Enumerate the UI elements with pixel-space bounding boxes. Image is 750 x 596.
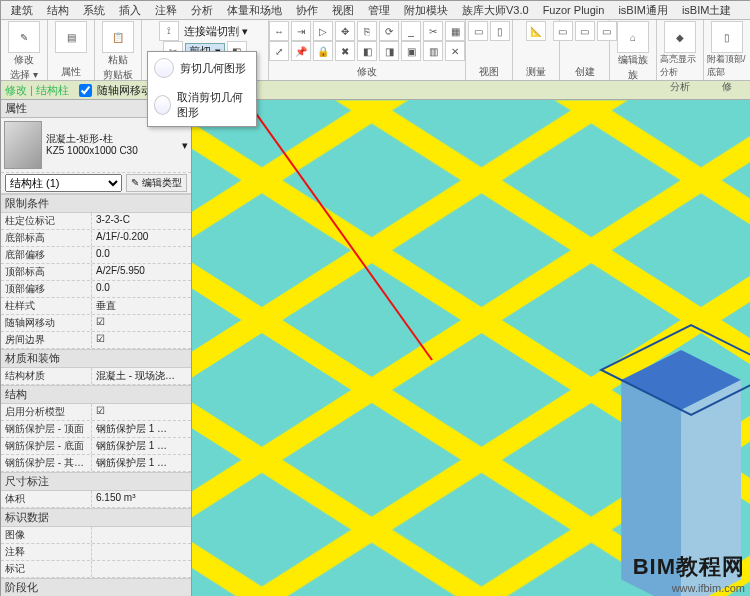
prop-value[interactable]: 0.0 <box>92 281 191 297</box>
menu-item[interactable]: isBIM通用 <box>612 3 674 18</box>
prop-row[interactable]: 底部偏移0.0 <box>1 247 191 264</box>
move-with-grid-checkbox[interactable]: 随轴网移动 <box>75 81 152 100</box>
instance-filter[interactable]: 结构柱 (1) <box>5 174 122 192</box>
pin-icon[interactable]: 📌 <box>291 41 311 61</box>
prop-value[interactable]: 混凝土 - 现场浇… <box>92 368 191 384</box>
create-icon[interactable]: ▭ <box>575 21 595 41</box>
attach-button[interactable]: ▯ <box>711 21 743 53</box>
menu-item[interactable]: 附加模块 <box>398 3 454 18</box>
modify-button[interactable]: ✎ <box>8 21 40 53</box>
trim-icon[interactable]: ⎯ <box>401 21 421 41</box>
menu-item[interactable]: 管理 <box>362 3 396 18</box>
view-icon[interactable]: ▯ <box>490 21 510 41</box>
prop-group-header[interactable]: 尺寸标注 <box>1 472 191 491</box>
prop-row[interactable]: 房间边界☑ <box>1 332 191 349</box>
cope-icon[interactable]: ⟟ <box>159 21 179 41</box>
lock-icon[interactable]: 🔒 <box>313 41 333 61</box>
scale-icon[interactable]: ⤢ <box>269 41 289 61</box>
prop-value[interactable]: 3-2-3-C <box>92 213 191 229</box>
prop-row[interactable]: 随轴网移动☑ <box>1 315 191 332</box>
viewport-3d[interactable]: BIM教程网 www.ifbim.com <box>192 100 750 596</box>
prop-row[interactable]: 标记 <box>1 561 191 578</box>
prop-row[interactable]: 图像 <box>1 527 191 544</box>
prop-group-header[interactable]: 材质和装饰 <box>1 349 191 368</box>
measure-icon[interactable]: 📐 <box>526 21 546 41</box>
menu-item[interactable]: 体量和场地 <box>221 3 288 18</box>
create-icon[interactable]: ▭ <box>553 21 573 41</box>
modify-icon[interactable]: ◧ <box>357 41 377 61</box>
prop-row[interactable]: 钢筋保护层 - 顶面钢筋保护层 1 … <box>1 421 191 438</box>
modify-icon[interactable]: ✕ <box>445 41 465 61</box>
prop-group-header[interactable]: 结构 <box>1 385 191 404</box>
prop-value[interactable]: 6.150 m³ <box>92 491 191 507</box>
menu-item[interactable]: 族库大师V3.0 <box>456 3 535 18</box>
offset-icon[interactable]: ⇥ <box>291 21 311 41</box>
prop-value[interactable]: 钢筋保护层 1 … <box>92 455 191 471</box>
prop-value[interactable]: 钢筋保护层 1 … <box>92 421 191 437</box>
menu-item[interactable]: 分析 <box>185 3 219 18</box>
menu-item[interactable]: 系统 <box>77 3 111 18</box>
prop-row[interactable]: 钢筋保护层 - 底面钢筋保护层 1 … <box>1 438 191 455</box>
prop-key: 注释 <box>1 544 92 560</box>
modify-icon[interactable]: ▥ <box>423 41 443 61</box>
menu-item[interactable]: isBIM土建 <box>676 3 738 18</box>
uncut-geometry-item[interactable]: 取消剪切几何图形 <box>148 84 256 126</box>
copy-icon[interactable]: ⎘ <box>357 21 377 41</box>
menu-item[interactable]: 结构 <box>41 3 75 18</box>
prop-row[interactable]: 钢筋保护层 - 其…钢筋保护层 1 … <box>1 455 191 472</box>
rotate-icon[interactable]: ⟳ <box>379 21 399 41</box>
menu-item[interactable]: 协作 <box>290 3 324 18</box>
prop-row[interactable]: 结构材质混凝土 - 现场浇… <box>1 368 191 385</box>
menu-item[interactable]: 注释 <box>149 3 183 18</box>
prop-value[interactable]: ☑ <box>92 404 191 420</box>
chevron-down-icon[interactable]: ▾ <box>182 139 188 152</box>
menu-item[interactable]: 视图 <box>326 3 360 18</box>
prop-row[interactable]: 底部标高A/1F/-0.200 <box>1 230 191 247</box>
delete-icon[interactable]: ✖ <box>335 41 355 61</box>
prop-row[interactable]: 柱样式垂直 <box>1 298 191 315</box>
modify-icon[interactable]: ◨ <box>379 41 399 61</box>
prop-value[interactable]: ☑ <box>92 332 191 348</box>
split-icon[interactable]: ✂ <box>423 21 443 41</box>
prop-key: 图像 <box>1 527 92 543</box>
menu-item[interactable]: Fuzor Plugin <box>537 4 611 16</box>
menu-item[interactable]: 插入 <box>113 3 147 18</box>
prop-value[interactable] <box>92 544 191 560</box>
prop-value[interactable]: A/2F/5.950 <box>92 264 191 280</box>
paste-button[interactable]: 📋 <box>102 21 134 53</box>
prop-value[interactable] <box>92 527 191 543</box>
prop-group-header[interactable]: 限制条件 <box>1 194 191 213</box>
properties-grid[interactable]: 限制条件柱定位标记3-2-3-C底部标高A/1F/-0.200底部偏移0.0顶部… <box>1 194 191 596</box>
prop-value[interactable]: 钢筋保护层 1 … <box>92 438 191 454</box>
join-end-cut-dropdown[interactable]: 连接端切割 ▾ <box>181 24 251 39</box>
prop-row[interactable]: 注释 <box>1 544 191 561</box>
prop-row[interactable]: 顶部偏移0.0 <box>1 281 191 298</box>
prop-value[interactable]: ☑ <box>92 315 191 331</box>
prop-row[interactable]: 体积6.150 m³ <box>1 491 191 508</box>
view-icon[interactable]: ▭ <box>468 21 488 41</box>
edit-type-button[interactable]: ✎ 编辑类型 <box>126 174 187 192</box>
modify-icon[interactable]: ▣ <box>401 41 421 61</box>
prop-row[interactable]: 顶部标高A/2F/5.950 <box>1 264 191 281</box>
prop-group-header[interactable]: 阶段化 <box>1 578 191 596</box>
menu-item[interactable]: 建筑 <box>5 3 39 18</box>
prop-value[interactable]: 垂直 <box>92 298 191 314</box>
prop-value[interactable]: A/1F/-0.200 <box>92 230 191 246</box>
uncut-geom-icon <box>154 95 171 115</box>
prop-row[interactable]: 启用分析模型☑ <box>1 404 191 421</box>
prop-key: 钢筋保护层 - 其… <box>1 455 92 471</box>
prop-key: 钢筋保护层 - 底面 <box>1 438 92 454</box>
edit-family-button[interactable]: ⌂ <box>617 21 649 53</box>
prop-value[interactable] <box>92 561 191 577</box>
prop-group-header[interactable]: 标识数据 <box>1 508 191 527</box>
properties-button[interactable]: ▤ <box>55 21 87 53</box>
prop-row[interactable]: 柱定位标记3-2-3-C <box>1 213 191 230</box>
cut-geometry-item[interactable]: 剪切几何图形 <box>148 52 256 84</box>
prop-value[interactable]: 0.0 <box>92 247 191 263</box>
highlight-analysis-button[interactable]: ◆ <box>664 21 696 53</box>
mirror-icon[interactable]: ▷ <box>313 21 333 41</box>
align-icon[interactable]: ↔ <box>269 21 289 41</box>
model-canvas[interactable] <box>192 100 750 596</box>
move-icon[interactable]: ✥ <box>335 21 355 41</box>
array-icon[interactable]: ▦ <box>445 21 465 41</box>
